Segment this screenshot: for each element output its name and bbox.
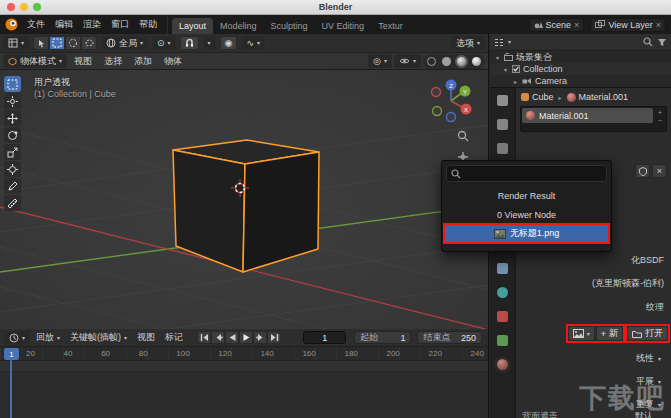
modifiers-tab-icon[interactable] (497, 263, 508, 274)
breadcrumb-object[interactable]: Cube (532, 92, 554, 102)
viewport-3d[interactable]: 用户透视 (1) Collection | Cube (0, 70, 488, 329)
filter-funnel-icon[interactable] (657, 38, 667, 47)
menu-window[interactable]: 窗口 (106, 16, 134, 33)
menu-render[interactable]: 渲染 (78, 16, 106, 33)
menu-keying[interactable]: 关键帧(插帧)▾ (66, 331, 131, 344)
subsurface-method-value[interactable]: (克里斯顿森-伯利) (592, 277, 664, 290)
cursor-tool[interactable] (4, 93, 21, 109)
outliner-row-collection[interactable]: ▾ Collection (490, 63, 671, 75)
rotate-tool[interactable] (4, 127, 21, 143)
scene-unlink-icon[interactable]: × (574, 20, 579, 30)
open-image-button[interactable]: 打开 (627, 326, 668, 341)
object-data-tab-icon[interactable] (497, 335, 508, 346)
transform-tool[interactable] (4, 161, 21, 177)
expand-icon[interactable]: ▾ (502, 66, 509, 73)
menu-select[interactable]: 选择 (99, 55, 127, 68)
interpolation-value[interactable]: 线性▾ (636, 352, 661, 365)
add-slot-button[interactable]: + (658, 109, 662, 116)
popup-item-viewer-node[interactable]: 0 Viewer Node (444, 205, 609, 224)
expand-icon[interactable]: ▾ (494, 54, 501, 61)
jump-to-end-button[interactable] (267, 331, 281, 344)
measure-tool[interactable] (4, 195, 21, 211)
menu-view[interactable]: 视图 (69, 55, 97, 68)
render-tab-icon[interactable] (497, 119, 508, 130)
shading-solid-button[interactable] (440, 55, 453, 68)
browse-image-button[interactable]: ▾ (568, 326, 595, 341)
output-tab-icon[interactable] (497, 143, 508, 154)
circle-select-button[interactable] (65, 36, 81, 50)
menu-view-timeline[interactable]: 视图 (133, 331, 159, 344)
menu-file[interactable]: 文件 (22, 16, 50, 33)
annotate-tool[interactable] (4, 178, 21, 194)
playhead-line[interactable] (10, 360, 12, 418)
proportional-edit-button[interactable]: ◉ (220, 36, 238, 50)
box-select-button[interactable] (49, 36, 65, 50)
timeline-editor-type-button[interactable]: ▾ (4, 331, 30, 345)
tab-sculpting[interactable]: Sculpting (264, 18, 315, 34)
view-layer-unlink-icon[interactable]: × (656, 20, 661, 30)
timeline-ruler[interactable]: 2040 6080 100120 140160 180200 220240 1 (0, 347, 488, 361)
zoom-icon[interactable] (457, 130, 469, 142)
fake-user-button[interactable] (635, 164, 650, 178)
menu-add[interactable]: 添加 (129, 55, 157, 68)
view-layer-selector[interactable]: View Layer × (590, 18, 666, 32)
pivot-point-dropdown[interactable]: ⊙ ▾ (152, 36, 176, 50)
menu-edit[interactable]: 编辑 (50, 16, 78, 33)
snap-settings-dropdown[interactable]: ▾ (203, 36, 216, 50)
options-dropdown[interactable]: 选项 ▾ (451, 36, 485, 50)
play-reverse-button[interactable] (225, 331, 239, 344)
tab-uv-editing[interactable]: UV Editing (315, 18, 372, 34)
editor-type-button[interactable]: ▾ (3, 36, 29, 50)
shading-rendered-button[interactable] (470, 55, 483, 68)
lasso-select-button[interactable] (81, 36, 97, 50)
new-image-button[interactable]: + 新 (596, 326, 623, 341)
surface-shader-value[interactable]: 化BSDF (631, 254, 664, 267)
playhead-badge[interactable]: 1 (4, 348, 19, 360)
navigation-gizmo[interactable]: Z Y X (428, 78, 474, 124)
collapse-icon[interactable]: ▸ (512, 78, 519, 85)
popup-search-input[interactable] (465, 169, 602, 178)
tab-modeling[interactable]: Modeling (213, 18, 264, 34)
play-button[interactable] (239, 331, 253, 344)
scene-selector[interactable]: Scene × (529, 18, 585, 32)
tab-texture[interactable]: Textur (371, 18, 410, 34)
jump-to-start-button[interactable] (197, 331, 211, 344)
falloff-dropdown[interactable]: ∿ ▾ (241, 36, 265, 50)
frame-end-field[interactable]: 结束点 250 (417, 331, 482, 344)
remove-slot-button[interactable]: − (658, 117, 662, 124)
popup-item-render-result[interactable]: Render Result (444, 186, 609, 205)
outliner-row-scene-collection[interactable]: ▾ 场景集合 (490, 51, 671, 63)
current-frame-field[interactable]: 1 (303, 331, 346, 344)
select-box-tool[interactable] (4, 76, 21, 92)
shading-material-button[interactable] (455, 55, 468, 68)
checkbox-checked-icon[interactable] (512, 65, 520, 73)
next-keyframe-button[interactable] (253, 331, 267, 344)
frame-start-field[interactable]: 起始 1 (354, 331, 411, 344)
breadcrumb-material[interactable]: Material.001 (579, 92, 629, 102)
material-tab-icon[interactable] (497, 359, 508, 370)
tab-layout[interactable]: Layout (172, 18, 213, 34)
gizmos-dropdown[interactable]: ◎ ▾ (368, 54, 392, 68)
menu-object[interactable]: 物体 (159, 55, 187, 68)
timeline-tracks[interactable] (0, 361, 488, 418)
popup-item-image-selected[interactable]: 无标题1.png (444, 224, 609, 243)
snap-toggle-button[interactable] (180, 36, 199, 50)
outliner-row-camera[interactable]: ▸ Camera (490, 75, 671, 87)
physics-tab-icon[interactable] (497, 287, 508, 298)
mode-dropdown[interactable]: 物体模式 ▾ (3, 54, 67, 68)
transform-orientation-dropdown[interactable]: 全局 ▾ (101, 36, 148, 50)
material-slot-item[interactable]: Material.001 (522, 108, 653, 123)
tool-tab-icon[interactable] (497, 95, 508, 106)
search-icon[interactable] (643, 37, 653, 47)
overlays-dropdown[interactable]: ▾ (394, 54, 421, 68)
menu-help[interactable]: 帮助 (134, 16, 162, 33)
tweak-select-button[interactable] (33, 36, 49, 50)
menu-marker[interactable]: 标记 (161, 331, 187, 344)
outliner-editor-icon[interactable] (494, 38, 504, 47)
shading-wireframe-button[interactable] (425, 55, 438, 68)
move-tool[interactable] (4, 110, 21, 126)
menu-playback[interactable]: 回放▾ (32, 331, 64, 344)
prev-keyframe-button[interactable] (211, 331, 225, 344)
unlink-button[interactable]: × (652, 164, 667, 178)
scale-tool[interactable] (4, 144, 21, 160)
